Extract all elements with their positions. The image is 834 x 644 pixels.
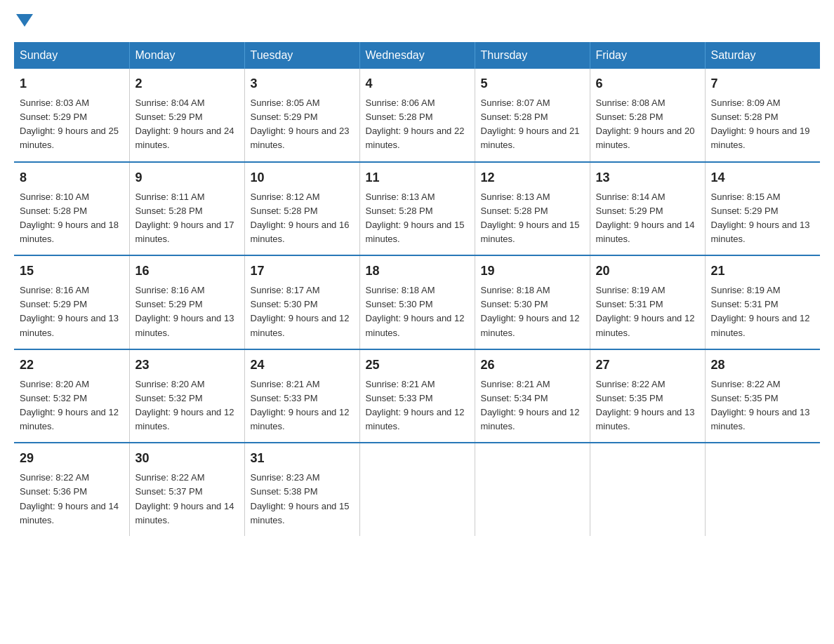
calendar-day-cell: 30Sunrise: 8:22 AMSunset: 5:37 PMDayligh… (129, 443, 244, 536)
calendar-week-row: 29Sunrise: 8:22 AMSunset: 5:36 PMDayligh… (14, 443, 820, 536)
day-info: Sunrise: 8:14 AMSunset: 5:29 PMDaylight:… (596, 190, 699, 247)
day-number: 15 (20, 262, 124, 281)
calendar-day-cell: 15Sunrise: 8:16 AMSunset: 5:29 PMDayligh… (14, 255, 129, 349)
day-number: 24 (251, 356, 354, 375)
calendar-day-cell: 9Sunrise: 8:11 AMSunset: 5:28 PMDaylight… (129, 162, 244, 256)
day-info: Sunrise: 8:13 AMSunset: 5:28 PMDaylight:… (366, 190, 469, 247)
day-info: Sunrise: 8:22 AMSunset: 5:37 PMDaylight:… (135, 471, 239, 528)
calendar-day-cell: 1Sunrise: 8:03 AMSunset: 5:29 PMDaylight… (14, 69, 129, 162)
calendar-day-header: Friday (590, 42, 705, 69)
calendar-day-cell: 18Sunrise: 8:18 AMSunset: 5:30 PMDayligh… (359, 255, 475, 349)
day-number: 20 (596, 262, 699, 281)
calendar-day-cell: 11Sunrise: 8:13 AMSunset: 5:28 PMDayligh… (359, 162, 475, 256)
calendar-day-cell: 12Sunrise: 8:13 AMSunset: 5:28 PMDayligh… (475, 162, 590, 256)
calendar-day-cell: 10Sunrise: 8:12 AMSunset: 5:28 PMDayligh… (244, 162, 359, 256)
day-number: 19 (481, 262, 584, 281)
calendar-day-cell: 7Sunrise: 8:09 AMSunset: 5:28 PMDaylight… (705, 69, 820, 162)
day-info: Sunrise: 8:16 AMSunset: 5:29 PMDaylight:… (135, 283, 239, 340)
day-info: Sunrise: 8:15 AMSunset: 5:29 PMDaylight:… (711, 190, 815, 247)
calendar-day-cell: 25Sunrise: 8:21 AMSunset: 5:33 PMDayligh… (359, 349, 475, 443)
calendar-day-header: Wednesday (359, 42, 475, 69)
day-info: Sunrise: 8:10 AMSunset: 5:28 PMDaylight:… (20, 190, 124, 247)
calendar-day-cell (475, 443, 590, 536)
day-number: 13 (596, 168, 699, 187)
calendar-day-cell: 31Sunrise: 8:23 AMSunset: 5:38 PMDayligh… (244, 443, 359, 536)
calendar-week-row: 22Sunrise: 8:20 AMSunset: 5:32 PMDayligh… (14, 349, 820, 443)
day-info: Sunrise: 8:12 AMSunset: 5:28 PMDaylight:… (251, 190, 354, 247)
day-number: 23 (135, 356, 239, 375)
calendar-day-cell: 4Sunrise: 8:06 AMSunset: 5:28 PMDaylight… (359, 69, 475, 162)
day-info: Sunrise: 8:05 AMSunset: 5:29 PMDaylight:… (251, 96, 354, 153)
calendar-week-row: 1Sunrise: 8:03 AMSunset: 5:29 PMDaylight… (14, 69, 820, 162)
day-info: Sunrise: 8:11 AMSunset: 5:28 PMDaylight:… (135, 190, 239, 247)
day-number: 18 (366, 262, 469, 281)
calendar-day-header: Sunday (14, 42, 129, 69)
calendar-day-cell: 21Sunrise: 8:19 AMSunset: 5:31 PMDayligh… (705, 255, 820, 349)
day-info: Sunrise: 8:19 AMSunset: 5:31 PMDaylight:… (596, 283, 699, 340)
day-number: 25 (366, 356, 469, 375)
calendar-week-row: 15Sunrise: 8:16 AMSunset: 5:29 PMDayligh… (14, 255, 820, 349)
calendar-day-cell: 17Sunrise: 8:17 AMSunset: 5:30 PMDayligh… (244, 255, 359, 349)
day-number: 17 (251, 262, 354, 281)
calendar-day-cell: 14Sunrise: 8:15 AMSunset: 5:29 PMDayligh… (705, 162, 820, 256)
day-number: 26 (481, 356, 584, 375)
calendar-day-cell: 16Sunrise: 8:16 AMSunset: 5:29 PMDayligh… (129, 255, 244, 349)
day-info: Sunrise: 8:09 AMSunset: 5:28 PMDaylight:… (711, 96, 815, 153)
day-number: 10 (251, 168, 354, 187)
day-info: Sunrise: 8:08 AMSunset: 5:28 PMDaylight:… (596, 96, 699, 153)
calendar-day-cell: 13Sunrise: 8:14 AMSunset: 5:29 PMDayligh… (590, 162, 705, 256)
day-info: Sunrise: 8:13 AMSunset: 5:28 PMDaylight:… (481, 190, 584, 247)
day-number: 22 (20, 356, 124, 375)
calendar-day-cell (359, 443, 475, 536)
day-number: 2 (135, 74, 239, 93)
logo (14, 14, 33, 28)
day-number: 12 (481, 168, 584, 187)
day-number: 6 (596, 74, 699, 93)
day-info: Sunrise: 8:21 AMSunset: 5:33 PMDaylight:… (366, 377, 469, 434)
day-number: 14 (711, 168, 815, 187)
calendar-day-cell (705, 443, 820, 536)
calendar-day-header: Monday (129, 42, 244, 69)
day-info: Sunrise: 8:17 AMSunset: 5:30 PMDaylight:… (251, 283, 354, 340)
calendar-day-cell: 28Sunrise: 8:22 AMSunset: 5:35 PMDayligh… (705, 349, 820, 443)
calendar-day-cell: 5Sunrise: 8:07 AMSunset: 5:28 PMDaylight… (475, 69, 590, 162)
day-info: Sunrise: 8:06 AMSunset: 5:28 PMDaylight:… (366, 96, 469, 153)
day-number: 3 (251, 74, 354, 93)
day-number: 28 (711, 356, 815, 375)
day-info: Sunrise: 8:07 AMSunset: 5:28 PMDaylight:… (481, 96, 584, 153)
day-number: 31 (251, 449, 354, 468)
calendar-day-cell: 27Sunrise: 8:22 AMSunset: 5:35 PMDayligh… (590, 349, 705, 443)
calendar-day-cell: 29Sunrise: 8:22 AMSunset: 5:36 PMDayligh… (14, 443, 129, 536)
calendar-day-cell: 3Sunrise: 8:05 AMSunset: 5:29 PMDaylight… (244, 69, 359, 162)
calendar-day-cell (590, 443, 705, 536)
day-number: 7 (711, 74, 815, 93)
day-number: 30 (135, 449, 239, 468)
day-info: Sunrise: 8:23 AMSunset: 5:38 PMDaylight:… (251, 471, 354, 528)
day-number: 27 (596, 356, 699, 375)
calendar-day-cell: 23Sunrise: 8:20 AMSunset: 5:32 PMDayligh… (129, 349, 244, 443)
day-number: 8 (20, 168, 124, 187)
day-number: 16 (135, 262, 239, 281)
day-info: Sunrise: 8:20 AMSunset: 5:32 PMDaylight:… (20, 377, 124, 434)
day-info: Sunrise: 8:20 AMSunset: 5:32 PMDaylight:… (135, 377, 239, 434)
day-info: Sunrise: 8:03 AMSunset: 5:29 PMDaylight:… (20, 96, 124, 153)
day-info: Sunrise: 8:16 AMSunset: 5:29 PMDaylight:… (20, 283, 124, 340)
calendar-day-cell: 19Sunrise: 8:18 AMSunset: 5:30 PMDayligh… (475, 255, 590, 349)
day-number: 9 (135, 168, 239, 187)
day-number: 5 (481, 74, 584, 93)
calendar-header-row: SundayMondayTuesdayWednesdayThursdayFrid… (14, 42, 820, 69)
day-number: 11 (366, 168, 469, 187)
calendar-day-cell: 6Sunrise: 8:08 AMSunset: 5:28 PMDaylight… (590, 69, 705, 162)
day-info: Sunrise: 8:22 AMSunset: 5:35 PMDaylight:… (596, 377, 699, 434)
calendar-week-row: 8Sunrise: 8:10 AMSunset: 5:28 PMDaylight… (14, 162, 820, 256)
day-info: Sunrise: 8:21 AMSunset: 5:34 PMDaylight:… (481, 377, 584, 434)
calendar-day-cell: 22Sunrise: 8:20 AMSunset: 5:32 PMDayligh… (14, 349, 129, 443)
logo-triangle-icon (16, 14, 33, 27)
day-info: Sunrise: 8:18 AMSunset: 5:30 PMDaylight:… (366, 283, 469, 340)
day-info: Sunrise: 8:22 AMSunset: 5:35 PMDaylight:… (711, 377, 815, 434)
calendar-day-cell: 2Sunrise: 8:04 AMSunset: 5:29 PMDaylight… (129, 69, 244, 162)
day-info: Sunrise: 8:21 AMSunset: 5:33 PMDaylight:… (251, 377, 354, 434)
calendar-day-cell: 8Sunrise: 8:10 AMSunset: 5:28 PMDaylight… (14, 162, 129, 256)
day-number: 21 (711, 262, 815, 281)
calendar-day-cell: 26Sunrise: 8:21 AMSunset: 5:34 PMDayligh… (475, 349, 590, 443)
